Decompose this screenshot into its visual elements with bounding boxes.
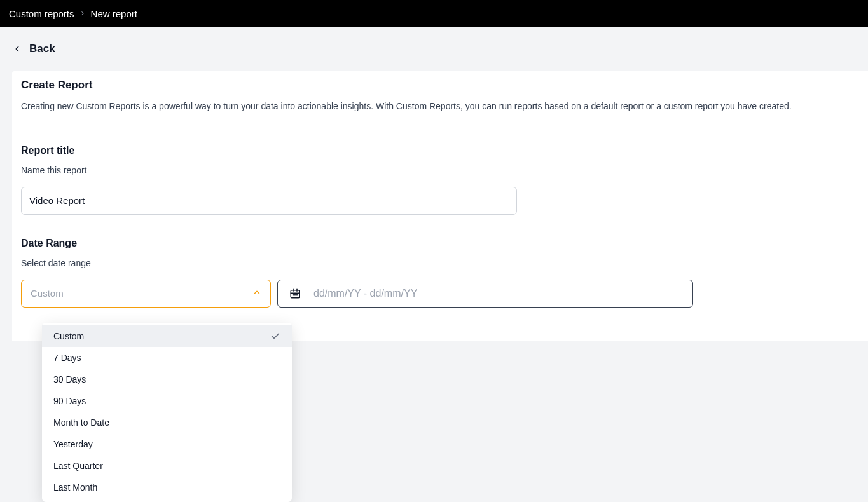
create-report-card: Create Report Creating new Custom Report… [12,71,868,341]
date-range-dropdown: Custom7 Days30 Days90 DaysMonth to DateY… [42,323,292,502]
svg-rect-0 [291,290,300,297]
header-section: Create Report Creating new Custom Report… [21,71,859,127]
chevron-up-icon [252,288,261,299]
date-range-select-value: Custom [31,288,64,299]
svg-point-5 [294,294,295,295]
chevron-right-icon [79,10,86,17]
date-range-option[interactable]: Custom [42,325,292,347]
date-range-option[interactable]: 7 Days [42,347,292,369]
check-icon [270,331,280,341]
report-title-section: Report title Name this report [21,127,859,229]
date-range-option-label: 7 Days [53,353,81,363]
back-label: Back [29,43,55,55]
page-description: Creating new Custom Reports is a powerfu… [21,100,859,113]
date-range-sublabel: Select date range [21,258,859,268]
date-range-placeholder: dd/mm/YY - dd/mm/YY [313,288,417,299]
page-title: Create Report [21,79,859,92]
date-range-select[interactable]: Custom [21,280,271,308]
date-range-option-label: 90 Days [53,396,86,406]
date-range-option-label: Last Month [53,482,97,492]
svg-point-4 [293,294,293,295]
back-button[interactable]: Back [0,27,868,71]
date-range-option[interactable]: 30 Days [42,369,292,390]
breadcrumb-current: New report [91,8,137,19]
date-range-option-label: Yesterday [53,439,93,449]
report-title-input[interactable] [21,187,517,215]
breadcrumb-bar: Custom reports New report [0,0,868,27]
date-range-option[interactable]: Last Quarter [42,455,292,477]
date-range-option-label: Custom [53,331,84,341]
report-title-heading: Report title [21,145,859,156]
date-range-option-label: 30 Days [53,374,86,384]
chevron-left-icon [13,44,22,53]
date-range-heading: Date Range [21,238,859,249]
date-range-option[interactable]: Yesterday [42,433,292,455]
date-range-option-label: Month to Date [53,417,109,428]
calendar-icon [289,288,301,299]
date-range-option[interactable]: Last Month [42,477,292,498]
report-title-sublabel: Name this report [21,165,859,175]
date-range-option[interactable]: Month to Date [42,412,292,433]
date-range-picker[interactable]: dd/mm/YY - dd/mm/YY [277,280,693,308]
date-range-section: Date Range Select date range Custom [21,229,859,322]
breadcrumb-parent[interactable]: Custom reports [9,8,74,19]
svg-point-6 [296,294,297,295]
date-range-option[interactable]: 90 Days [42,390,292,412]
date-range-option-label: Last Quarter [53,461,103,471]
